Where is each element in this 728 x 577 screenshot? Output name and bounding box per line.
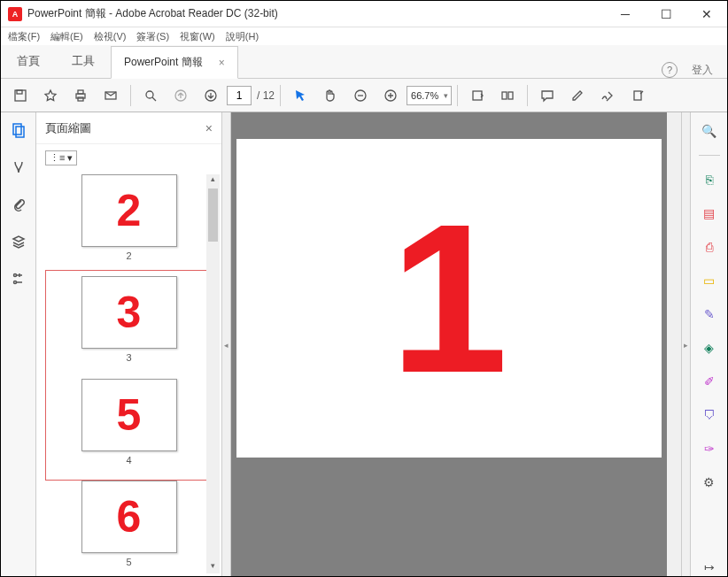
tool-edit-pdf-icon[interactable]: ▤ (700, 204, 719, 223)
thumbnails-scrollbar[interactable]: ▴▾ (206, 174, 220, 573)
thumbnails-rail-icon[interactable] (8, 119, 29, 141)
stamp-tool-icon[interactable] (623, 81, 652, 110)
thumbnail-page[interactable]: 54 (81, 379, 177, 465)
page-total: / 12 (257, 89, 275, 102)
tool-protect-icon[interactable]: ⛉ (700, 405, 719, 425)
hand-tool-icon[interactable] (316, 81, 345, 110)
tool-stamp-icon[interactable]: ◈ (700, 338, 719, 358)
svg-rect-12 (502, 92, 507, 99)
next-page-icon[interactable] (197, 81, 225, 110)
tab-document-label: PowerPoint 簡報 (124, 55, 203, 70)
thumbnail-page[interactable]: 65 (45, 481, 213, 567)
collapse-left-handle[interactable]: ◂ (222, 112, 231, 577)
maximize-button[interactable]: ☐ (646, 1, 686, 27)
attachments-rail-icon[interactable] (8, 194, 29, 215)
thumbnail-selection: 3354 (45, 270, 213, 481)
tool-more-icon[interactable]: ⚙ (700, 473, 719, 492)
bookmarks-rail-icon[interactable] (8, 157, 29, 178)
document-page[interactable]: 1 (236, 139, 662, 458)
menu-file[interactable]: 檔案(F) (8, 30, 40, 43)
tool-fill-sign-icon[interactable]: ✎ (700, 304, 719, 324)
page-content-number: 1 (390, 192, 507, 404)
svg-rect-4 (78, 97, 83, 101)
svg-rect-13 (508, 92, 513, 99)
page-display-icon[interactable] (493, 81, 522, 110)
thumbnail-page[interactable]: 33 (81, 276, 177, 363)
svg-point-6 (146, 91, 153, 98)
login-button[interactable]: 登入 (692, 63, 713, 78)
document-vscrollbar[interactable] (667, 112, 681, 577)
tool-create-pdf-icon[interactable]: ⎙ (700, 237, 719, 257)
minimize-button[interactable]: ─ (605, 1, 646, 27)
find-icon[interactable] (136, 81, 165, 110)
tab-home[interactable]: 首頁 (1, 44, 56, 78)
tool-measure-icon[interactable]: ✐ (700, 372, 719, 391)
save-icon[interactable] (6, 81, 35, 110)
sign-icon[interactable] (593, 81, 622, 110)
tab-close-icon[interactable]: × (219, 57, 225, 69)
menu-edit[interactable]: 編輯(E) (50, 30, 83, 43)
svg-rect-14 (634, 91, 641, 100)
fit-width-icon[interactable] (463, 81, 492, 110)
zoom-in-icon[interactable] (376, 81, 405, 110)
thumbnail-page[interactable]: 22 (45, 174, 213, 261)
zoom-select[interactable]: 66.7% (407, 86, 452, 105)
mail-icon[interactable] (97, 81, 125, 110)
svg-rect-15 (13, 124, 21, 135)
close-button[interactable]: ✕ (686, 1, 727, 27)
tool-compress-icon[interactable]: ✑ (700, 439, 719, 458)
help-icon[interactable]: ? (662, 62, 678, 78)
menu-window[interactable]: 視窗(W) (180, 30, 215, 43)
thumbnails-close-icon[interactable]: × (205, 121, 213, 135)
svg-rect-1 (17, 90, 22, 94)
svg-rect-16 (16, 127, 24, 137)
svg-rect-11 (473, 91, 482, 100)
tags-rail-icon[interactable] (8, 268, 29, 289)
menu-view[interactable]: 檢視(V) (94, 30, 127, 43)
tab-tools[interactable]: 工具 (56, 44, 111, 78)
thumbnails-title: 頁面縮圖 (45, 120, 91, 136)
app-icon: A (8, 7, 22, 21)
window-title: PowerPoint 簡報 - Adobe Acrobat Reader DC … (27, 6, 605, 21)
page-number-input[interactable] (227, 86, 252, 105)
expand-tools-icon[interactable]: ↦ (700, 558, 719, 577)
thumbnails-options-button[interactable]: ⋮≡ ▾ (45, 150, 77, 165)
tool-comment-icon[interactable]: ▭ (700, 271, 719, 290)
tool-search-icon[interactable]: 🔍 (700, 121, 719, 141)
star-icon[interactable] (36, 81, 65, 110)
collapse-right-handle[interactable]: ▸ (681, 112, 690, 577)
tab-document[interactable]: PowerPoint 簡報 × (111, 46, 238, 79)
svg-rect-3 (78, 90, 83, 94)
comment-icon[interactable] (533, 81, 561, 110)
layers-rail-icon[interactable] (8, 231, 29, 252)
highlight-icon[interactable] (563, 81, 592, 110)
zoom-out-icon[interactable] (346, 81, 375, 110)
prev-page-icon[interactable] (167, 81, 195, 110)
menu-help[interactable]: 說明(H) (226, 30, 259, 43)
print-icon[interactable] (66, 81, 95, 110)
tool-export-pdf-icon[interactable]: ⎘ (700, 170, 719, 189)
menu-sign[interactable]: 簽署(S) (136, 30, 169, 43)
select-tool-icon[interactable] (286, 81, 314, 110)
